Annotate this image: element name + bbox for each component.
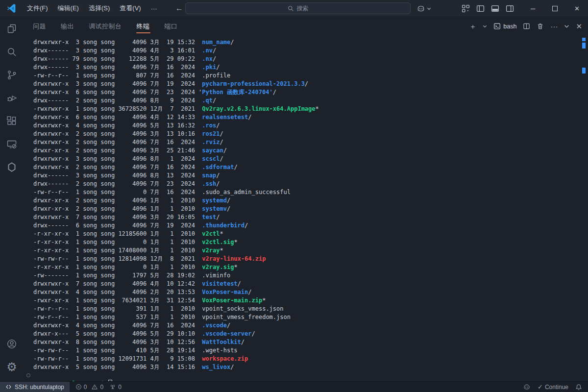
- sidebar-item-source-control[interactable]: [0, 63, 24, 86]
- menu-view[interactable]: 查看(V): [115, 2, 145, 15]
- file-meta: drwxrwxr-x 3 song song 4096 3月 19 15:32: [33, 39, 202, 46]
- sidebar-item-extension-hexagon[interactable]: [0, 155, 24, 178]
- continue-status[interactable]: ✓ Continue: [538, 384, 568, 391]
- file-meta: drwx------ 3 song song 4096 8月 13 2024: [33, 172, 202, 179]
- file-meta: drwxrwxr-x 8 song song 4096 3月 10 12:56: [33, 339, 202, 345]
- terminal-output-line: drwxrwxr-x 4 song song 4096 5月 13 16:32 …: [33, 122, 588, 130]
- command-decoration-icon[interactable]: [26, 373, 30, 377]
- file-meta: drwxrwxr-x 2 song song 4096 3月 13 10:16: [33, 130, 202, 137]
- new-terminal-button[interactable]: ＋: [469, 23, 476, 30]
- toggle-primary-sidebar-icon[interactable]: [476, 4, 485, 13]
- files-icon: [6, 23, 18, 35]
- file-meta: -rw-r--r-- 1 song song 0 7月 16 2024: [33, 189, 202, 196]
- extensions-icon: [6, 115, 18, 127]
- terminal-output-line: -r-xr-xr-x 1 song song 12185600 1月 1 201…: [33, 230, 588, 238]
- file-type-indicator: /: [216, 172, 220, 179]
- file-type-indicator: /: [305, 80, 308, 87]
- toggle-panel-icon[interactable]: [491, 4, 499, 13]
- file-meta: drwxr-xr-x 2 song song 4096 3月 25 21:46: [33, 147, 202, 154]
- file-meta: drwxrwxr-x 3 song song 4096 8月 1 2024: [33, 155, 202, 162]
- titlebar-left: 文件(F) 编辑(E) 选择(S) 查看(V) ··· ← →: [0, 2, 198, 15]
- command-center-search[interactable]: 搜索: [185, 2, 411, 14]
- file-name: v2ray: [202, 247, 220, 254]
- terminal-output: drwxrwxr-x 3 song song 4096 3月 19 15:32 …: [33, 38, 588, 371]
- nav-back-icon[interactable]: ←: [175, 4, 183, 12]
- tab-terminal[interactable]: 终端: [136, 18, 150, 35]
- kill-terminal-trash-icon[interactable]: [537, 23, 544, 30]
- split-terminal-icon[interactable]: [523, 23, 530, 30]
- menu-edit[interactable]: 编辑(E): [53, 2, 83, 15]
- sidebar-item-explorer[interactable]: [0, 17, 24, 40]
- file-meta: drwx------ 79 song song 12288 5月 29 09:2…: [33, 55, 202, 62]
- tab-ports[interactable]: 端口: [164, 18, 178, 35]
- terminal-output-line: drwxrwxr-x 4 song song 4096 7月 16 2024 .…: [33, 321, 588, 330]
- terminal-output-line: -rw-rw-r-- 1 song song 12091731 4月 9 15:…: [33, 355, 588, 363]
- close-button[interactable]: ✕: [566, 0, 588, 17]
- file-name: .nv: [202, 47, 213, 54]
- accounts-button[interactable]: [0, 332, 24, 355]
- settings-button[interactable]: ⚙: [0, 355, 24, 378]
- file-type-indicator: /: [216, 122, 220, 129]
- terminal-output-line: drwx------ 6 song song 4096 7月 19 2024 .…: [33, 221, 588, 230]
- terminal-profile-chevron-icon[interactable]: [483, 24, 487, 28]
- terminal-prompt-line: song@laptop:~$: [33, 371, 588, 380]
- toggle-secondary-sidebar-icon[interactable]: [506, 4, 514, 13]
- file-name: Qv2ray.v2.6.3.linux-x64.AppImage: [202, 105, 315, 112]
- close-panel-button[interactable]: ✕: [576, 23, 582, 30]
- terminal-output-line: drwxr-x--- 5 song song 4096 5月 29 10:10 …: [33, 330, 588, 338]
- tab-output[interactable]: 输出: [60, 18, 74, 35]
- file-type-indicator: /: [252, 330, 255, 337]
- customize-layout-icon[interactable]: [462, 4, 470, 13]
- file-name: .pki: [202, 64, 216, 71]
- maximize-button[interactable]: [544, 0, 566, 17]
- file-meta: -r-xr-xr-x 1 song song 0 1月 1 2010: [33, 264, 202, 270]
- terminal-output-line: drwxrwxr-x 4 song song 4096 2月 20 13:53 …: [33, 288, 588, 296]
- problems-status[interactable]: 0 0: [75, 384, 103, 391]
- menu-file[interactable]: 文件(F): [23, 2, 52, 15]
- file-name: VoxPoser-main.zip: [202, 297, 262, 304]
- terminal-viewport[interactable]: drwxrwxr-x 3 song song 4096 3月 19 15:32 …: [24, 35, 588, 381]
- sidebar-item-extensions[interactable]: [0, 109, 24, 132]
- menu-selection[interactable]: 选择(S): [84, 2, 114, 15]
- file-meta: -rwxr-xr-x 1 song song 7634021 3月 31 12:…: [33, 297, 202, 304]
- terminal-instance-item[interactable]: bash: [493, 23, 516, 30]
- file-type-indicator: *: [234, 264, 237, 270]
- file-type-indicator: /: [230, 39, 234, 46]
- file-meta: -rw-rw-r-- 1 song song 410 5月 28 19:14: [33, 347, 202, 354]
- file-meta: drwxrwxr-x 6 song song 4096 7月 23 2024 ': [33, 89, 202, 96]
- sidebar-item-search[interactable]: [0, 40, 24, 63]
- tab-problems[interactable]: 问题: [32, 18, 47, 35]
- terminal-output-line: drwxrwxr-x 3 song song 4096 3月 19 15:32 …: [33, 38, 588, 47]
- menu-more[interactable]: ···: [147, 3, 162, 14]
- hexagon-extension-icon: [6, 161, 18, 173]
- sidebar-item-remote-explorer[interactable]: [0, 132, 24, 155]
- file-name: .vscode: [202, 322, 227, 329]
- hide-panel-chevron-icon[interactable]: [564, 24, 569, 29]
- terminal-output-line: -rw-rw-r-- 1 song song 410 5月 28 19:14 .…: [33, 346, 588, 355]
- file-type-indicator: /: [227, 205, 230, 212]
- ports-status[interactable]: 0: [109, 384, 122, 391]
- remote-icon: [5, 384, 12, 390]
- file-name: workspace.zip: [202, 355, 248, 362]
- file-meta: drwxrwxr-x 6 song song 4096 4月 12 14:33: [33, 114, 202, 121]
- bell-icon[interactable]: [575, 384, 582, 391]
- terminal-output-line: drwxrwxr-x 6 song song 4096 4月 12 14:33 …: [33, 113, 588, 122]
- terminal-output-line: -rwxr-xr-x 1 song song 7634021 3月 31 12:…: [33, 296, 588, 305]
- remote-indicator[interactable]: SSH: ubuntulaptop: [0, 382, 70, 392]
- file-name: v2ctl.sig: [202, 239, 234, 245]
- file-meta: drwxr-x--- 5 song song 4096 5月 29 10:10: [33, 330, 202, 337]
- file-type-indicator: /: [238, 280, 241, 287]
- copilot-menu[interactable]: [416, 4, 431, 13]
- minimize-button[interactable]: ─: [522, 0, 544, 17]
- sidebar-item-run-debug[interactable]: [0, 86, 24, 109]
- more-actions-button[interactable]: ···: [550, 23, 558, 30]
- panel-header: 问题 输出 调试控制台 终端 端口 ＋ bash ··· ✕: [24, 17, 588, 35]
- file-name: v2ray-linux-64.zip: [202, 255, 266, 262]
- terminal-output-line: -rw-r--r-- 1 song song 807 7月 16 2024 .p…: [33, 72, 588, 80]
- copilot-status-icon[interactable]: [523, 383, 531, 391]
- terminal-output-line: drwxrwxr-x 2 song song 4096 7月 16 2024 .…: [33, 138, 588, 147]
- tab-debug-console[interactable]: 调试控制台: [88, 18, 122, 35]
- panel-tabs: 问题 输出 调试控制台 终端 端口: [32, 18, 178, 35]
- file-meta: drwx------ 2 song song 4096 7月 23 2024: [33, 180, 202, 187]
- bottom-panel: 问题 输出 调试控制台 终端 端口 ＋ bash ··· ✕: [24, 17, 588, 381]
